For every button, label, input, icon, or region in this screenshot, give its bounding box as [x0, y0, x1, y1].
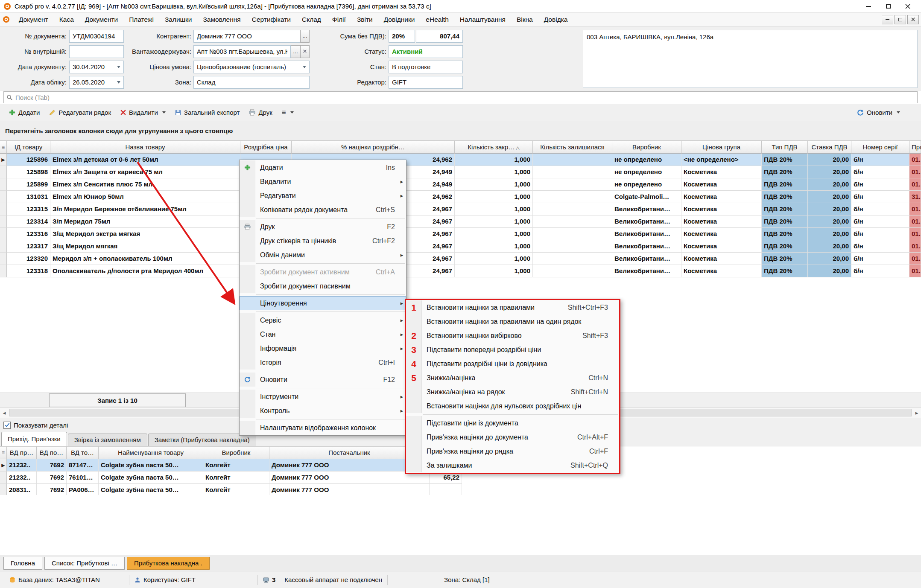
delete-button[interactable]: Видалити — [116, 106, 170, 119]
show-details-checkbox[interactable] — [3, 422, 11, 429]
table-row[interactable]: 125899Elmex з/п Сенситив плюс 75 мл24,94… — [0, 178, 921, 191]
close-button[interactable] — [898, 0, 918, 12]
document-tab[interactable]: Головна — [3, 557, 42, 570]
menu-item[interactable]: 5Знижка/націнкаCtrl+N — [406, 371, 619, 385]
search-bar[interactable] — [3, 91, 918, 103]
menu-item[interactable]: 1Встановити націнки за правиламиShift+Ct… — [406, 300, 619, 314]
list-options-button[interactable]: ≡ — [277, 106, 298, 119]
app-icon[interactable] — [3, 3, 11, 10]
table-row[interactable]: 123320Меридол з/п + ополаскиватель 100мл… — [0, 253, 921, 265]
column-header-vat_rate[interactable]: Ставка ПДВ — [808, 141, 851, 154]
contractor-browse-button[interactable]: ... — [300, 30, 310, 43]
menubar-item[interactable]: Налаштування — [454, 13, 511, 26]
print-button[interactable]: Друк — [244, 106, 277, 119]
consignee-field[interactable]: Апт №003 пгт.Барышевка, ул.К — [193, 45, 291, 58]
menu-item[interactable]: Зробити документ пасивним — [240, 279, 406, 293]
column-header-product_name[interactable]: Назва товару — [50, 141, 240, 154]
menu-item[interactable]: Контроль▸ — [240, 404, 406, 418]
export-button[interactable]: Загальний експорт — [170, 106, 245, 119]
column-header-item_name[interactable]: Найменування товару — [99, 446, 203, 459]
internal-number-field[interactable] — [69, 45, 124, 58]
table-row[interactable]: 123315З/п Меридол Бережное отбеливание 7… — [0, 203, 921, 215]
menu-item[interactable]: ІсторіяCtrl+I — [240, 355, 406, 370]
menu-item[interactable]: Редагувати▸ — [240, 189, 406, 203]
column-header-vd_po[interactable]: ВД по… — [37, 446, 67, 459]
menubar-item[interactable]: Каса — [54, 13, 79, 26]
menubar-item[interactable]: Вікна — [511, 13, 538, 26]
menubar-item[interactable]: Документи — [79, 13, 123, 26]
mdi-restore-button[interactable] — [895, 15, 906, 24]
menubar-item[interactable]: Довідники — [378, 13, 421, 26]
menu-item[interactable]: Ціноутворення▸ — [240, 296, 406, 310]
document-icon[interactable] — [3, 16, 10, 23]
column-header-vd_to[interactable]: ВД то… — [67, 446, 99, 459]
menubar-item[interactable]: Замовлення — [197, 13, 246, 26]
column-header-qty_closed[interactable]: Кількість закр… △ — [455, 141, 533, 154]
menu-item[interactable]: Підставити ціни із документа — [406, 416, 619, 430]
menu-item[interactable]: Налаштувати відображення колонок — [240, 421, 406, 435]
doc-number-field[interactable]: УТДМ0304194 — [69, 30, 124, 43]
table-row[interactable]: 21232..769276101…Colgate зубна паста 50…… — [0, 472, 462, 484]
menubar-item[interactable]: Платежі — [123, 13, 159, 26]
column-header-price_group[interactable]: Цінова група — [681, 141, 762, 154]
menubar-item[interactable]: Склад — [296, 13, 327, 26]
column-header-markup_percent[interactable]: % націнки роздрібн… — [292, 141, 455, 154]
column-header-ind[interactable]: ≡ — [0, 141, 7, 154]
detail-tab[interactable]: Звірка із замовленням — [68, 434, 147, 446]
menu-item[interactable]: Копіювати рядок документаCtrl+S — [240, 203, 406, 217]
chevron-down-icon[interactable] — [117, 66, 120, 68]
menubar-item[interactable]: Звіти — [351, 13, 378, 26]
menu-item[interactable]: Обмін даними▸ — [240, 248, 406, 262]
menubar-item[interactable]: Документ — [13, 13, 54, 26]
menu-item[interactable]: Знижка/націнка на рядокShift+Ctrl+N — [406, 385, 619, 399]
account-date-field[interactable]: 26.05.2020 — [69, 76, 124, 89]
table-row[interactable]: ▶21232..769287147…Colgate зубна паста 50… — [0, 459, 462, 472]
menu-item[interactable]: 4Підставити роздрібні ціни із довідника — [406, 357, 619, 371]
table-row[interactable]: ▶125896Elmex з/п детская от 0-6 лет 50мл… — [0, 154, 921, 166]
document-tab[interactable]: Прибуткова накладна . — [127, 557, 210, 570]
menu-item[interactable]: 2Встановити націнки вибірковоShift+F3 — [406, 329, 619, 343]
column-header-vat_type[interactable]: Тип ПДВ — [762, 141, 808, 154]
menu-item[interactable]: Прив'язка націнки до рядкаCtrl+F — [406, 444, 619, 458]
table-row[interactable]: 123314З/п Меридол 75мл24,9671,000Великоб… — [0, 215, 921, 228]
edit-row-button[interactable]: Редагувати рядок — [44, 106, 116, 119]
column-header-ind[interactable]: ≡ — [0, 446, 7, 459]
menu-item[interactable]: Встановити націнки за правилами на один … — [406, 314, 619, 329]
refresh-button[interactable]: Оновити — [852, 106, 905, 119]
menu-item[interactable]: За залишкамиShift+Ctrl+Q — [406, 458, 619, 472]
menu-item[interactable]: Інформація▸ — [240, 341, 406, 355]
zone-field[interactable]: Склад — [193, 76, 310, 89]
table-row[interactable]: 123318Ополаскиватель д/полости рта Мерид… — [0, 265, 921, 277]
detail-tab[interactable]: Прихід. Прив'язки — [1, 432, 67, 446]
menu-item[interactable]: ДрукF2 — [240, 220, 406, 234]
document-tab[interactable]: Список: Прибуткові … — [44, 557, 125, 570]
menu-item[interactable]: Інструменти▸ — [240, 390, 406, 404]
contractor-field[interactable]: Доминик 777 ООО — [193, 30, 300, 43]
mdi-minimize-button[interactable] — [882, 15, 893, 24]
menubar-item[interactable]: Довідка — [538, 13, 573, 26]
menu-item[interactable]: Сервіс▸ — [240, 313, 406, 327]
menu-item[interactable]: Встановити націнки для нульових роздрібн… — [406, 399, 619, 413]
mdi-close-button[interactable] — [907, 15, 919, 24]
chevron-down-icon[interactable] — [303, 66, 306, 68]
table-row[interactable]: 20831..7692РА006…Colgate зубна паста 50…… — [0, 484, 462, 496]
menubar-item[interactable]: Сертифікати — [246, 13, 296, 26]
table-row[interactable]: 131031Elmex з/п Юниор 50мл24,9621,000Col… — [0, 191, 921, 203]
column-header-manufacturer[interactable]: Виробник — [203, 446, 269, 459]
group-by-panel[interactable]: Перетягніть заголовок колонки сюди для у… — [0, 121, 921, 141]
consignee-browse-button[interactable]: ... — [291, 45, 300, 58]
chevron-down-icon[interactable] — [117, 81, 120, 84]
table-row[interactable]: 125898Elmex з/п Защита от кариеса 75 мл2… — [0, 166, 921, 178]
minimize-button[interactable] — [859, 0, 878, 12]
menu-item[interactable]: ДодатиIns — [240, 160, 406, 175]
table-row[interactable]: 123316З/щ Меридол экстра мягкая24,9671,0… — [0, 228, 921, 240]
menu-item[interactable]: ОновитиF12 — [240, 373, 406, 387]
column-header-qty_remaining[interactable]: Кількість залишилася — [533, 141, 612, 154]
menubar-item[interactable]: Філії — [327, 13, 351, 26]
menu-item[interactable]: Друк стікерів та цінниківCtrl+F2 — [240, 234, 406, 248]
menu-item[interactable]: Видалити▸ — [240, 175, 406, 189]
scroll-right-icon[interactable]: ▸ — [912, 410, 921, 416]
column-header-manufacturer[interactable]: Виробник — [612, 141, 681, 154]
menubar-item[interactable]: Залишки — [159, 13, 198, 26]
search-input[interactable] — [15, 94, 915, 101]
